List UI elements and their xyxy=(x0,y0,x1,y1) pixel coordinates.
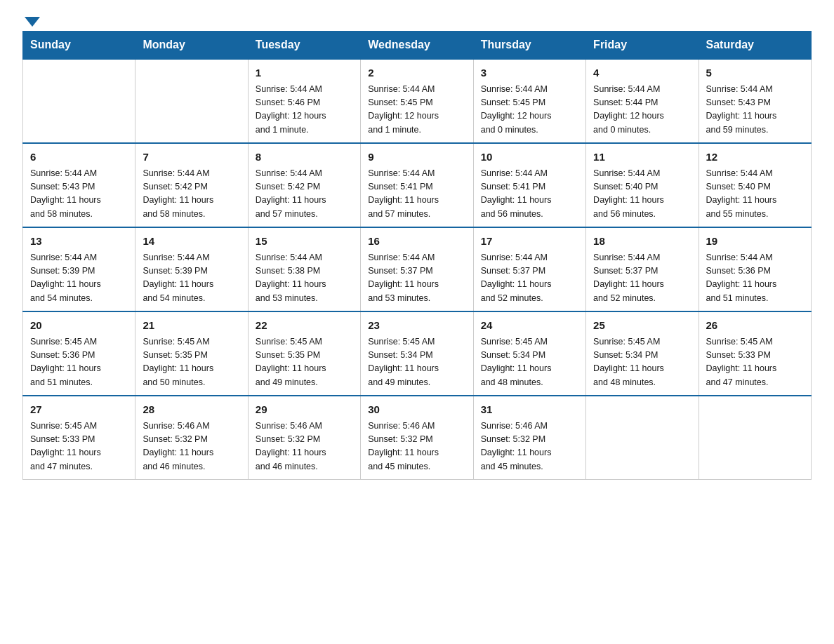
calendar-week-row: 1Sunrise: 5:44 AM Sunset: 5:46 PM Daylig… xyxy=(23,59,812,143)
day-number: 13 xyxy=(30,234,128,250)
day-info: Sunrise: 5:46 AM Sunset: 5:32 PM Dayligh… xyxy=(256,420,353,474)
day-number: 17 xyxy=(481,234,578,250)
day-number: 11 xyxy=(593,149,691,166)
day-info: Sunrise: 5:44 AM Sunset: 5:39 PM Dayligh… xyxy=(143,251,240,306)
day-number: 18 xyxy=(593,234,691,250)
calendar-cell: 23Sunrise: 5:45 AM Sunset: 5:34 PM Dayli… xyxy=(361,311,473,396)
logo-arrow-icon xyxy=(25,17,40,27)
calendar-cell: 14Sunrise: 5:44 AM Sunset: 5:39 PM Dayli… xyxy=(135,227,248,311)
day-info: Sunrise: 5:44 AM Sunset: 5:37 PM Dayligh… xyxy=(368,251,465,306)
calendar-cell: 8Sunrise: 5:44 AM Sunset: 5:42 PM Daylig… xyxy=(248,143,360,227)
day-number: 1 xyxy=(256,65,353,81)
day-number: 2 xyxy=(368,65,465,81)
calendar-cell: 16Sunrise: 5:44 AM Sunset: 5:37 PM Dayli… xyxy=(361,227,473,311)
day-info: Sunrise: 5:46 AM Sunset: 5:32 PM Dayligh… xyxy=(143,420,240,474)
day-info: Sunrise: 5:44 AM Sunset: 5:42 PM Dayligh… xyxy=(143,167,240,222)
day-number: 22 xyxy=(256,318,353,334)
weekday-header-wednesday: Wednesday xyxy=(361,32,473,60)
calendar-cell: 12Sunrise: 5:44 AM Sunset: 5:40 PM Dayli… xyxy=(699,143,811,227)
weekday-header-row: SundayMondayTuesdayWednesdayThursdayFrid… xyxy=(23,32,812,60)
logo xyxy=(22,17,40,24)
day-info: Sunrise: 5:45 AM Sunset: 5:34 PM Dayligh… xyxy=(593,335,691,390)
day-info: Sunrise: 5:44 AM Sunset: 5:45 PM Dayligh… xyxy=(481,83,578,137)
calendar-cell: 1Sunrise: 5:44 AM Sunset: 5:46 PM Daylig… xyxy=(248,59,360,143)
calendar-week-row: 27Sunrise: 5:45 AM Sunset: 5:33 PM Dayli… xyxy=(23,396,812,480)
day-number: 20 xyxy=(30,318,128,334)
calendar-cell: 26Sunrise: 5:45 AM Sunset: 5:33 PM Dayli… xyxy=(699,311,811,396)
calendar-cell: 11Sunrise: 5:44 AM Sunset: 5:40 PM Dayli… xyxy=(586,143,699,227)
calendar-cell: 29Sunrise: 5:46 AM Sunset: 5:32 PM Dayli… xyxy=(248,396,360,480)
calendar-cell xyxy=(135,59,248,143)
day-info: Sunrise: 5:45 AM Sunset: 5:35 PM Dayligh… xyxy=(143,335,240,390)
weekday-header-friday: Friday xyxy=(586,32,699,60)
weekday-header-monday: Monday xyxy=(135,32,248,60)
day-info: Sunrise: 5:44 AM Sunset: 5:41 PM Dayligh… xyxy=(368,167,465,222)
calendar-cell xyxy=(586,396,699,480)
day-number: 4 xyxy=(593,65,691,81)
day-number: 29 xyxy=(256,402,353,418)
day-number: 6 xyxy=(30,149,128,166)
day-number: 10 xyxy=(481,149,578,166)
day-info: Sunrise: 5:44 AM Sunset: 5:42 PM Dayligh… xyxy=(256,167,353,222)
day-info: Sunrise: 5:44 AM Sunset: 5:38 PM Dayligh… xyxy=(256,251,353,306)
day-number: 14 xyxy=(143,234,240,250)
calendar-week-row: 20Sunrise: 5:45 AM Sunset: 5:36 PM Dayli… xyxy=(23,311,812,396)
calendar-cell: 3Sunrise: 5:44 AM Sunset: 5:45 PM Daylig… xyxy=(473,59,585,143)
calendar-cell: 2Sunrise: 5:44 AM Sunset: 5:45 PM Daylig… xyxy=(361,59,473,143)
day-number: 5 xyxy=(706,65,804,81)
calendar-cell: 15Sunrise: 5:44 AM Sunset: 5:38 PM Dayli… xyxy=(248,227,360,311)
day-number: 3 xyxy=(481,65,578,81)
weekday-header-saturday: Saturday xyxy=(699,32,811,60)
day-number: 27 xyxy=(30,402,128,418)
weekday-header-thursday: Thursday xyxy=(473,32,585,60)
calendar-week-row: 13Sunrise: 5:44 AM Sunset: 5:39 PM Dayli… xyxy=(23,227,812,311)
header xyxy=(22,17,812,24)
day-info: Sunrise: 5:44 AM Sunset: 5:36 PM Dayligh… xyxy=(706,251,804,306)
day-info: Sunrise: 5:44 AM Sunset: 5:39 PM Dayligh… xyxy=(30,251,128,306)
calendar-cell: 19Sunrise: 5:44 AM Sunset: 5:36 PM Dayli… xyxy=(699,227,811,311)
day-info: Sunrise: 5:44 AM Sunset: 5:43 PM Dayligh… xyxy=(706,83,804,137)
day-info: Sunrise: 5:46 AM Sunset: 5:32 PM Dayligh… xyxy=(481,420,578,474)
calendar-cell: 6Sunrise: 5:44 AM Sunset: 5:43 PM Daylig… xyxy=(23,143,135,227)
day-number: 26 xyxy=(706,318,804,334)
day-number: 28 xyxy=(143,402,240,418)
day-info: Sunrise: 5:45 AM Sunset: 5:35 PM Dayligh… xyxy=(256,335,353,390)
weekday-header-sunday: Sunday xyxy=(23,32,135,60)
day-number: 23 xyxy=(368,318,465,334)
day-number: 19 xyxy=(706,234,804,250)
weekday-header-tuesday: Tuesday xyxy=(248,32,360,60)
day-number: 12 xyxy=(706,149,804,166)
day-number: 8 xyxy=(256,149,353,166)
day-info: Sunrise: 5:44 AM Sunset: 5:37 PM Dayligh… xyxy=(593,251,691,306)
day-info: Sunrise: 5:45 AM Sunset: 5:33 PM Dayligh… xyxy=(706,335,804,390)
calendar-cell: 13Sunrise: 5:44 AM Sunset: 5:39 PM Dayli… xyxy=(23,227,135,311)
day-info: Sunrise: 5:44 AM Sunset: 5:37 PM Dayligh… xyxy=(481,251,578,306)
calendar-cell: 20Sunrise: 5:45 AM Sunset: 5:36 PM Dayli… xyxy=(23,311,135,396)
day-number: 24 xyxy=(481,318,578,334)
calendar-cell: 22Sunrise: 5:45 AM Sunset: 5:35 PM Dayli… xyxy=(248,311,360,396)
day-number: 9 xyxy=(368,149,465,166)
day-info: Sunrise: 5:45 AM Sunset: 5:33 PM Dayligh… xyxy=(30,420,128,474)
day-info: Sunrise: 5:44 AM Sunset: 5:45 PM Dayligh… xyxy=(368,83,465,137)
calendar-cell xyxy=(699,396,811,480)
calendar-cell: 17Sunrise: 5:44 AM Sunset: 5:37 PM Dayli… xyxy=(473,227,585,311)
calendar-cell: 24Sunrise: 5:45 AM Sunset: 5:34 PM Dayli… xyxy=(473,311,585,396)
day-info: Sunrise: 5:45 AM Sunset: 5:34 PM Dayligh… xyxy=(368,335,465,390)
day-info: Sunrise: 5:44 AM Sunset: 5:44 PM Dayligh… xyxy=(593,83,691,137)
day-number: 30 xyxy=(368,402,465,418)
calendar-cell: 18Sunrise: 5:44 AM Sunset: 5:37 PM Dayli… xyxy=(586,227,699,311)
calendar-cell xyxy=(23,59,135,143)
calendar-cell: 27Sunrise: 5:45 AM Sunset: 5:33 PM Dayli… xyxy=(23,396,135,480)
day-info: Sunrise: 5:44 AM Sunset: 5:41 PM Dayligh… xyxy=(481,167,578,222)
calendar-cell: 30Sunrise: 5:46 AM Sunset: 5:32 PM Dayli… xyxy=(361,396,473,480)
day-info: Sunrise: 5:45 AM Sunset: 5:36 PM Dayligh… xyxy=(30,335,128,390)
calendar-cell: 9Sunrise: 5:44 AM Sunset: 5:41 PM Daylig… xyxy=(361,143,473,227)
day-info: Sunrise: 5:45 AM Sunset: 5:34 PM Dayligh… xyxy=(481,335,578,390)
day-info: Sunrise: 5:44 AM Sunset: 5:40 PM Dayligh… xyxy=(593,167,691,222)
calendar-cell: 10Sunrise: 5:44 AM Sunset: 5:41 PM Dayli… xyxy=(473,143,585,227)
calendar-cell: 4Sunrise: 5:44 AM Sunset: 5:44 PM Daylig… xyxy=(586,59,699,143)
day-info: Sunrise: 5:44 AM Sunset: 5:46 PM Dayligh… xyxy=(256,83,353,137)
calendar-cell: 7Sunrise: 5:44 AM Sunset: 5:42 PM Daylig… xyxy=(135,143,248,227)
calendar-cell: 28Sunrise: 5:46 AM Sunset: 5:32 PM Dayli… xyxy=(135,396,248,480)
day-number: 21 xyxy=(143,318,240,334)
